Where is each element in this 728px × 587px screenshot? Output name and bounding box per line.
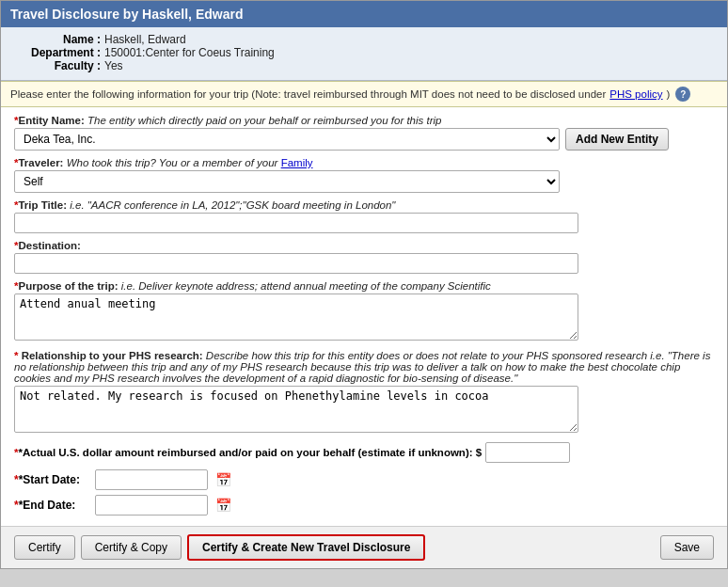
page-header: Travel Disclosure by Haskell, Edward xyxy=(1,1,727,27)
phs-label: * Relationship to your PHS research: Des… xyxy=(14,350,714,384)
help-icon[interactable]: ? xyxy=(675,87,690,102)
phs-row: * Relationship to your PHS research: Des… xyxy=(14,350,714,436)
name-label: Name : xyxy=(20,33,104,46)
certify-copy-button[interactable]: Certify & Copy xyxy=(81,535,182,560)
page-title: Travel Disclosure by Haskell, Edward xyxy=(10,7,243,22)
family-link[interactable]: Family xyxy=(281,157,313,168)
traveler-label: *Traveler: Who took this trip? You or a … xyxy=(14,157,714,168)
entity-select[interactable]: Deka Tea, Inc. xyxy=(14,128,560,151)
trip-title-italic: i.e. "AACR conference in LA, 2012";"GSK … xyxy=(70,199,395,211)
form-area: *Entity Name: The entity which directly … xyxy=(1,107,727,526)
end-date-label: **End Date: xyxy=(14,499,89,512)
amount-label: **Actual U.S. dollar amount reimbursed a… xyxy=(14,447,482,458)
end-date-calendar-icon[interactable]: 📅 xyxy=(214,496,232,515)
start-date-input[interactable]: 04/22/2013 xyxy=(95,469,208,490)
faculty-value: Yes xyxy=(104,59,123,72)
phs-policy-link[interactable]: PHS policy xyxy=(609,88,662,100)
traveler-select[interactable]: Self xyxy=(14,170,560,193)
amount-label-text: *Actual U.S. dollar amount reimbursed an… xyxy=(18,447,482,458)
end-date-input[interactable]: 04/24/2013 xyxy=(95,495,208,516)
amount-input[interactable]: 650.00 xyxy=(485,442,570,463)
trip-title-label: *Trip Title: i.e. "AACR conference in LA… xyxy=(14,199,714,211)
purpose-italic: i.e. Deliver keynote address; attend ann… xyxy=(121,280,491,292)
destination-label: *Destination: xyxy=(14,240,714,251)
dept-label: Department : xyxy=(20,46,104,59)
notice-bar: Please enter the following information f… xyxy=(1,81,727,107)
trip-title-input[interactable]: Fair Trade Federation Conference 2013 xyxy=(14,213,578,233)
start-date-label: **Start Date: xyxy=(14,473,89,486)
phs-textarea[interactable]: Not related. My research is focused on P… xyxy=(14,386,578,433)
dept-value: 150001:Center for Coeus Training xyxy=(104,46,275,59)
start-date-calendar-icon[interactable]: 📅 xyxy=(214,470,232,489)
traveler-input-row: Self xyxy=(14,170,714,193)
name-value: Haskell, Edward xyxy=(104,33,186,46)
entity-input-row: Deka Tea, Inc. Add New Entity xyxy=(14,128,714,151)
info-section: Name : Haskell, Edward Department : 1500… xyxy=(1,27,727,81)
destination-input[interactable]: Raleigh, NC xyxy=(14,253,578,274)
purpose-row: *Purpose of the trip: i.e. Deliver keyno… xyxy=(14,280,714,343)
amount-row: **Actual U.S. dollar amount reimbursed a… xyxy=(14,442,714,463)
notice-text-end: ) xyxy=(667,88,671,100)
traveler-row: *Traveler: Who took this trip? You or a … xyxy=(14,157,714,193)
certify-button[interactable]: Certify xyxy=(14,535,75,560)
entity-name-label: *Entity Name: The entity which directly … xyxy=(14,115,714,126)
footer-buttons: Certify Certify & Copy Certify & Create … xyxy=(1,526,727,568)
save-button[interactable]: Save xyxy=(660,535,714,560)
purpose-textarea[interactable]: Attend anual meeting xyxy=(14,294,578,341)
entity-name-row: *Entity Name: The entity which directly … xyxy=(14,115,714,151)
purpose-label: *Purpose of the trip: i.e. Deliver keyno… xyxy=(14,280,714,292)
destination-row: *Destination: Raleigh, NC xyxy=(14,240,714,274)
start-date-row: **Start Date: 04/22/2013 📅 xyxy=(14,469,714,490)
entity-bold-label: Entity Name: xyxy=(18,115,87,126)
add-entity-button[interactable]: Add New Entity xyxy=(565,128,669,151)
end-date-row: **End Date: 04/24/2013 📅 xyxy=(14,495,714,516)
entity-italic-label: The entity which directly paid on your b… xyxy=(87,115,442,126)
trip-title-row: *Trip Title: i.e. "AACR conference in LA… xyxy=(14,199,714,233)
faculty-label: Faculty : xyxy=(20,59,104,72)
notice-text: Please enter the following information f… xyxy=(10,88,606,100)
certify-create-button[interactable]: Certify & Create New Travel Disclosure xyxy=(187,534,425,561)
